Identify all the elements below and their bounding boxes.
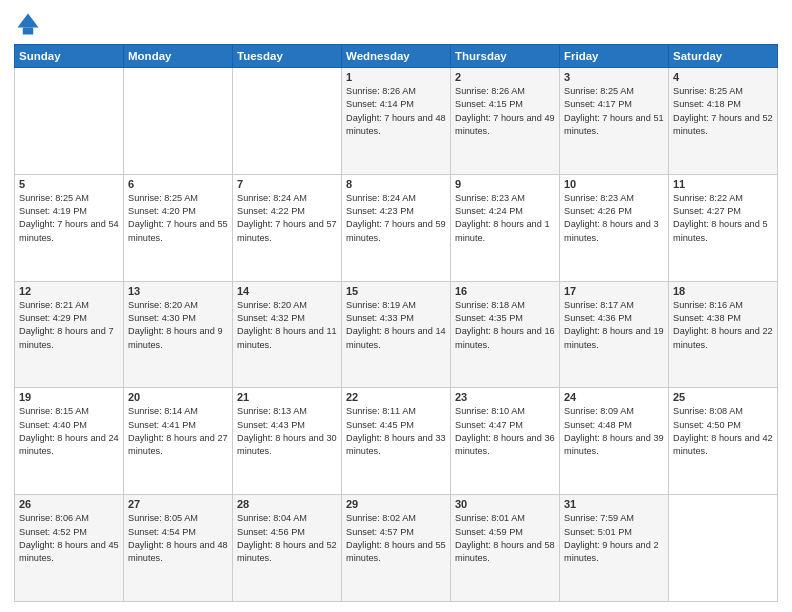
day-number: 8 <box>346 178 446 190</box>
day-number: 24 <box>564 391 664 403</box>
day-number: 2 <box>455 71 555 83</box>
cell-content: Sunrise: 7:59 AM Sunset: 5:01 PM Dayligh… <box>564 512 664 565</box>
cell-content: Sunrise: 8:18 AM Sunset: 4:35 PM Dayligh… <box>455 299 555 352</box>
cell-content: Sunrise: 8:16 AM Sunset: 4:38 PM Dayligh… <box>673 299 773 352</box>
day-number: 5 <box>19 178 119 190</box>
day-number: 14 <box>237 285 337 297</box>
calendar-cell: 6Sunrise: 8:25 AM Sunset: 4:20 PM Daylig… <box>124 174 233 281</box>
day-number: 4 <box>673 71 773 83</box>
day-number: 19 <box>19 391 119 403</box>
calendar-cell <box>233 68 342 175</box>
calendar-cell: 3Sunrise: 8:25 AM Sunset: 4:17 PM Daylig… <box>560 68 669 175</box>
calendar-cell: 1Sunrise: 8:26 AM Sunset: 4:14 PM Daylig… <box>342 68 451 175</box>
cell-content: Sunrise: 8:25 AM Sunset: 4:17 PM Dayligh… <box>564 85 664 138</box>
calendar-week-row: 5Sunrise: 8:25 AM Sunset: 4:19 PM Daylig… <box>15 174 778 281</box>
calendar-cell: 28Sunrise: 8:04 AM Sunset: 4:56 PM Dayli… <box>233 495 342 602</box>
logo <box>14 10 46 38</box>
cell-content: Sunrise: 8:17 AM Sunset: 4:36 PM Dayligh… <box>564 299 664 352</box>
calendar-cell: 23Sunrise: 8:10 AM Sunset: 4:47 PM Dayli… <box>451 388 560 495</box>
day-number: 11 <box>673 178 773 190</box>
calendar-cell: 31Sunrise: 7:59 AM Sunset: 5:01 PM Dayli… <box>560 495 669 602</box>
calendar-week-row: 1Sunrise: 8:26 AM Sunset: 4:14 PM Daylig… <box>15 68 778 175</box>
weekday-header-tuesday: Tuesday <box>233 45 342 68</box>
weekday-header-sunday: Sunday <box>15 45 124 68</box>
calendar-week-row: 26Sunrise: 8:06 AM Sunset: 4:52 PM Dayli… <box>15 495 778 602</box>
day-number: 21 <box>237 391 337 403</box>
header <box>14 10 778 38</box>
day-number: 7 <box>237 178 337 190</box>
day-number: 25 <box>673 391 773 403</box>
calendar-cell: 30Sunrise: 8:01 AM Sunset: 4:59 PM Dayli… <box>451 495 560 602</box>
day-number: 15 <box>346 285 446 297</box>
cell-content: Sunrise: 8:09 AM Sunset: 4:48 PM Dayligh… <box>564 405 664 458</box>
cell-content: Sunrise: 8:02 AM Sunset: 4:57 PM Dayligh… <box>346 512 446 565</box>
day-number: 6 <box>128 178 228 190</box>
calendar-cell: 11Sunrise: 8:22 AM Sunset: 4:27 PM Dayli… <box>669 174 778 281</box>
calendar-cell <box>669 495 778 602</box>
calendar-cell: 21Sunrise: 8:13 AM Sunset: 4:43 PM Dayli… <box>233 388 342 495</box>
page: SundayMondayTuesdayWednesdayThursdayFrid… <box>0 0 792 612</box>
weekday-header-saturday: Saturday <box>669 45 778 68</box>
calendar-cell: 9Sunrise: 8:23 AM Sunset: 4:24 PM Daylig… <box>451 174 560 281</box>
calendar-cell: 13Sunrise: 8:20 AM Sunset: 4:30 PM Dayli… <box>124 281 233 388</box>
cell-content: Sunrise: 8:22 AM Sunset: 4:27 PM Dayligh… <box>673 192 773 245</box>
calendar-cell: 17Sunrise: 8:17 AM Sunset: 4:36 PM Dayli… <box>560 281 669 388</box>
day-number: 1 <box>346 71 446 83</box>
weekday-header-monday: Monday <box>124 45 233 68</box>
day-number: 13 <box>128 285 228 297</box>
weekday-header-thursday: Thursday <box>451 45 560 68</box>
cell-content: Sunrise: 8:24 AM Sunset: 4:22 PM Dayligh… <box>237 192 337 245</box>
day-number: 18 <box>673 285 773 297</box>
day-number: 31 <box>564 498 664 510</box>
logo-icon <box>14 10 42 38</box>
cell-content: Sunrise: 8:23 AM Sunset: 4:26 PM Dayligh… <box>564 192 664 245</box>
day-number: 16 <box>455 285 555 297</box>
calendar-cell <box>124 68 233 175</box>
day-number: 12 <box>19 285 119 297</box>
calendar-cell: 12Sunrise: 8:21 AM Sunset: 4:29 PM Dayli… <box>15 281 124 388</box>
calendar-cell: 14Sunrise: 8:20 AM Sunset: 4:32 PM Dayli… <box>233 281 342 388</box>
svg-rect-1 <box>23 28 34 35</box>
cell-content: Sunrise: 8:19 AM Sunset: 4:33 PM Dayligh… <box>346 299 446 352</box>
cell-content: Sunrise: 8:26 AM Sunset: 4:15 PM Dayligh… <box>455 85 555 138</box>
cell-content: Sunrise: 8:25 AM Sunset: 4:20 PM Dayligh… <box>128 192 228 245</box>
svg-marker-0 <box>18 14 39 28</box>
day-number: 10 <box>564 178 664 190</box>
weekday-row: SundayMondayTuesdayWednesdayThursdayFrid… <box>15 45 778 68</box>
day-number: 27 <box>128 498 228 510</box>
weekday-header-friday: Friday <box>560 45 669 68</box>
cell-content: Sunrise: 8:20 AM Sunset: 4:32 PM Dayligh… <box>237 299 337 352</box>
cell-content: Sunrise: 8:01 AM Sunset: 4:59 PM Dayligh… <box>455 512 555 565</box>
day-number: 20 <box>128 391 228 403</box>
cell-content: Sunrise: 8:21 AM Sunset: 4:29 PM Dayligh… <box>19 299 119 352</box>
calendar-cell: 8Sunrise: 8:24 AM Sunset: 4:23 PM Daylig… <box>342 174 451 281</box>
calendar-cell: 18Sunrise: 8:16 AM Sunset: 4:38 PM Dayli… <box>669 281 778 388</box>
cell-content: Sunrise: 8:24 AM Sunset: 4:23 PM Dayligh… <box>346 192 446 245</box>
day-number: 22 <box>346 391 446 403</box>
cell-content: Sunrise: 8:25 AM Sunset: 4:18 PM Dayligh… <box>673 85 773 138</box>
cell-content: Sunrise: 8:20 AM Sunset: 4:30 PM Dayligh… <box>128 299 228 352</box>
calendar-week-row: 12Sunrise: 8:21 AM Sunset: 4:29 PM Dayli… <box>15 281 778 388</box>
cell-content: Sunrise: 8:11 AM Sunset: 4:45 PM Dayligh… <box>346 405 446 458</box>
cell-content: Sunrise: 8:23 AM Sunset: 4:24 PM Dayligh… <box>455 192 555 245</box>
cell-content: Sunrise: 8:05 AM Sunset: 4:54 PM Dayligh… <box>128 512 228 565</box>
calendar-cell: 16Sunrise: 8:18 AM Sunset: 4:35 PM Dayli… <box>451 281 560 388</box>
weekday-header-wednesday: Wednesday <box>342 45 451 68</box>
calendar-cell: 10Sunrise: 8:23 AM Sunset: 4:26 PM Dayli… <box>560 174 669 281</box>
cell-content: Sunrise: 8:13 AM Sunset: 4:43 PM Dayligh… <box>237 405 337 458</box>
calendar-cell: 24Sunrise: 8:09 AM Sunset: 4:48 PM Dayli… <box>560 388 669 495</box>
calendar-cell: 20Sunrise: 8:14 AM Sunset: 4:41 PM Dayli… <box>124 388 233 495</box>
day-number: 3 <box>564 71 664 83</box>
day-number: 17 <box>564 285 664 297</box>
day-number: 30 <box>455 498 555 510</box>
cell-content: Sunrise: 8:25 AM Sunset: 4:19 PM Dayligh… <box>19 192 119 245</box>
calendar-body: 1Sunrise: 8:26 AM Sunset: 4:14 PM Daylig… <box>15 68 778 602</box>
calendar-cell: 4Sunrise: 8:25 AM Sunset: 4:18 PM Daylig… <box>669 68 778 175</box>
cell-content: Sunrise: 8:08 AM Sunset: 4:50 PM Dayligh… <box>673 405 773 458</box>
calendar-week-row: 19Sunrise: 8:15 AM Sunset: 4:40 PM Dayli… <box>15 388 778 495</box>
calendar-cell <box>15 68 124 175</box>
calendar-cell: 22Sunrise: 8:11 AM Sunset: 4:45 PM Dayli… <box>342 388 451 495</box>
day-number: 26 <box>19 498 119 510</box>
cell-content: Sunrise: 8:10 AM Sunset: 4:47 PM Dayligh… <box>455 405 555 458</box>
calendar-cell: 15Sunrise: 8:19 AM Sunset: 4:33 PM Dayli… <box>342 281 451 388</box>
